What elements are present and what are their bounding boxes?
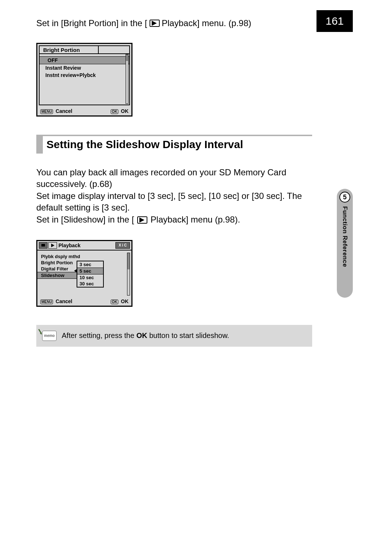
screen1-option-off[interactable]: OFF bbox=[40, 56, 129, 64]
section-title: Setting the Slideshow Display Interval bbox=[46, 136, 243, 154]
body-text: You can play back all images recorded on… bbox=[36, 167, 312, 225]
screen2-header: Playback X i C bbox=[37, 241, 131, 250]
screen2-header-label: Playback bbox=[58, 243, 115, 248]
ok-button-icon: OK bbox=[111, 109, 118, 114]
body-p2: Set image display interval to [3 sec], [… bbox=[36, 190, 312, 214]
page-content: Set in [Bright Portion] in the [ Playbac… bbox=[36, 18, 312, 347]
intro-text: Set in [Bright Portion] in the [ Playbac… bbox=[36, 18, 312, 28]
screen2-right-icons[interactable]: X i C bbox=[115, 242, 130, 249]
menu-button-icon: MENU bbox=[40, 109, 53, 114]
chapter-label: Function Reference bbox=[341, 206, 348, 267]
option-30sec[interactable]: 30 sec bbox=[77, 281, 103, 287]
playback-tab-icon[interactable] bbox=[48, 242, 57, 249]
memo-text: After setting, press the OK button to st… bbox=[62, 331, 229, 340]
menu-item-slideshow[interactable]: Slideshow bbox=[37, 272, 83, 279]
section-heading: Setting the Slideshow Display Interval bbox=[36, 135, 312, 154]
screen1-ok[interactable]: OK OK bbox=[111, 108, 128, 114]
ok-button-icon: OK bbox=[111, 300, 118, 304]
body-p1: You can play back all images recorded on… bbox=[36, 167, 312, 190]
chapter-number-badge: 5 bbox=[339, 192, 350, 203]
playback-icon bbox=[137, 216, 147, 224]
screen1-option-instant-review-playback[interactable]: Instnt review+Plybck bbox=[43, 72, 126, 79]
side-tab: 5 Function Reference bbox=[337, 189, 353, 298]
body-p3: Set in [Slideshow] in the [ Playback] me… bbox=[36, 214, 312, 225]
page-number: 161 bbox=[317, 10, 353, 32]
screen2-scrollbar[interactable] bbox=[127, 253, 130, 296]
memo-box: memo After setting, press the OK button … bbox=[36, 325, 312, 347]
slideshow-interval-dropdown[interactable]: 3 sec 5 sec 10 sec 30 sec bbox=[77, 261, 104, 288]
playback-icon bbox=[150, 20, 160, 27]
screen1-scrollbar[interactable] bbox=[126, 54, 128, 104]
screen2-ok[interactable]: OK OK bbox=[111, 298, 128, 304]
camera-tab-icon[interactable] bbox=[39, 242, 48, 249]
intro-before: Set in [Bright Portion] in the [ bbox=[36, 18, 147, 28]
ok-bold: OK bbox=[136, 331, 147, 339]
menu-item-plybk-dsply[interactable]: Plybk dsply mthd bbox=[41, 253, 128, 260]
screen1-title-tab: Bright Portion bbox=[39, 45, 99, 53]
heading-bar bbox=[36, 136, 43, 154]
screen-bright-portion: Bright Portion OFF Instant Review Instnt… bbox=[36, 43, 132, 117]
menu-button-icon: MENU bbox=[40, 300, 53, 304]
intro-after: Playback] menu. (p.98) bbox=[162, 18, 252, 28]
option-10sec[interactable]: 10 sec bbox=[77, 274, 103, 281]
memo-icon: memo bbox=[39, 328, 57, 343]
screen1-option-instant-review[interactable]: Instant Review bbox=[43, 64, 126, 72]
option-3sec[interactable]: 3 sec bbox=[77, 261, 103, 268]
screen1-menu-cancel[interactable]: MENU Cancel bbox=[40, 108, 72, 114]
screen2-menu-cancel[interactable]: MENU Cancel bbox=[40, 298, 72, 304]
option-5sec[interactable]: 5 sec bbox=[77, 268, 103, 274]
screen-playback-menu: Playback X i C Plybk dsply mthd Bright P… bbox=[36, 240, 132, 307]
